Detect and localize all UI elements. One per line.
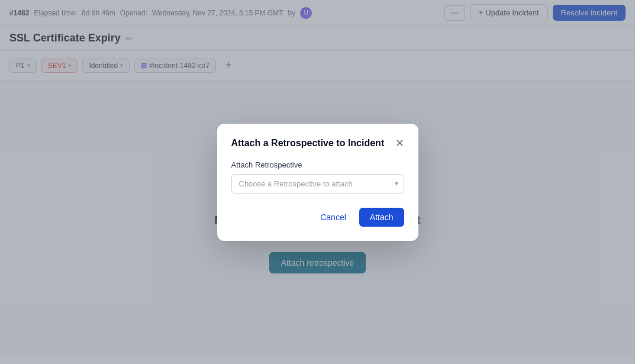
attach-retrospective-modal: Attach a Retrospective to Incident ✕ Att…	[217, 124, 418, 241]
attach-button[interactable]: Attach	[359, 208, 404, 227]
modal-header: Attach a Retrospective to Incident ✕	[231, 138, 404, 149]
modal-footer: Cancel Attach	[231, 208, 404, 227]
retrospective-select[interactable]: Choose a Retrospective to attach	[231, 174, 404, 194]
modal-close-button[interactable]: ✕	[395, 138, 404, 149]
modal-overlay: Attach a Retrospective to Incident ✕ Att…	[0, 0, 635, 364]
page-background: #1482 Elapsed time: 8d 8h 46m Opened: We…	[0, 0, 635, 364]
modal-title: Attach a Retrospective to Incident	[231, 138, 385, 149]
modal-select-wrapper: Choose a Retrospective to attach ▾	[231, 174, 404, 194]
cancel-button[interactable]: Cancel	[313, 209, 353, 226]
modal-attach-label: Attach Retrospective	[231, 160, 404, 169]
